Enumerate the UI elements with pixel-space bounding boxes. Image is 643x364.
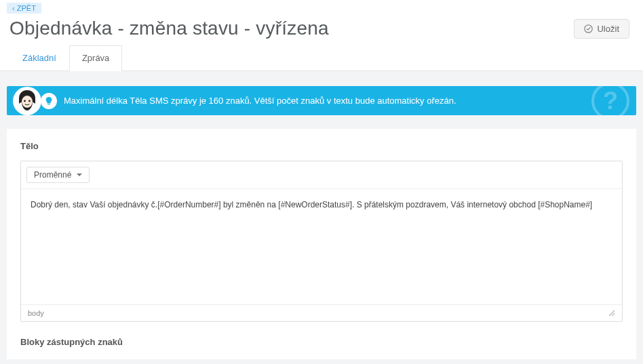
tab-label: Zpráva bbox=[82, 53, 109, 63]
editor-path-bar: body bbox=[21, 304, 622, 321]
back-label: ZPĚT bbox=[17, 4, 36, 12]
chevron-down-icon bbox=[77, 174, 82, 176]
tab-label: Základní bbox=[22, 53, 56, 63]
placeholders-heading: Bloky zástupných znaků bbox=[20, 337, 623, 347]
question-mark-icon: ? bbox=[590, 86, 631, 115]
svg-point-4 bbox=[28, 100, 31, 102]
info-alert: ? Maximální délka Těla SMS zprávy je 160… bbox=[7, 86, 636, 115]
chevron-left-icon: ‹ bbox=[12, 4, 15, 12]
lightbulb-badge-icon bbox=[41, 93, 57, 109]
tabs: Základní Zpráva bbox=[0, 45, 643, 71]
page-title: Objednávka - změna stavu - vyřízena bbox=[9, 18, 329, 39]
editor-body[interactable]: Dobrý den, stav Vaší objednávky č.[#Orde… bbox=[21, 189, 622, 304]
resize-handle-icon[interactable] bbox=[607, 308, 615, 318]
editor-toolbar: Proměnné bbox=[21, 161, 622, 189]
svg-text:?: ? bbox=[603, 87, 618, 115]
rich-text-editor: Proměnné Dobrý den, stav Vaší objednávky… bbox=[20, 161, 623, 322]
svg-point-3 bbox=[24, 100, 26, 102]
save-button-label: Uložit bbox=[597, 24, 619, 34]
check-circle-icon bbox=[584, 24, 593, 33]
svg-point-2 bbox=[22, 96, 33, 108]
svg-rect-5 bbox=[47, 104, 50, 104]
tab-zprava[interactable]: Zpráva bbox=[69, 45, 122, 71]
alert-text: Maximální délka Těla SMS zprávy je 160 z… bbox=[64, 96, 456, 106]
path-text: body bbox=[28, 309, 44, 317]
field-label-telo: Tělo bbox=[20, 141, 623, 151]
back-link[interactable]: ‹ ZPĚT bbox=[7, 3, 41, 14]
editor-panel: Tělo Proměnné Dobrý den, stav Vaší objed… bbox=[7, 129, 636, 359]
tab-zakladni[interactable]: Základní bbox=[9, 45, 69, 71]
save-button[interactable]: Uložit bbox=[574, 19, 629, 39]
variables-dropdown[interactable]: Proměnné bbox=[26, 167, 90, 183]
avatar-icon bbox=[12, 86, 42, 115]
dropdown-label: Proměnné bbox=[34, 170, 71, 180]
